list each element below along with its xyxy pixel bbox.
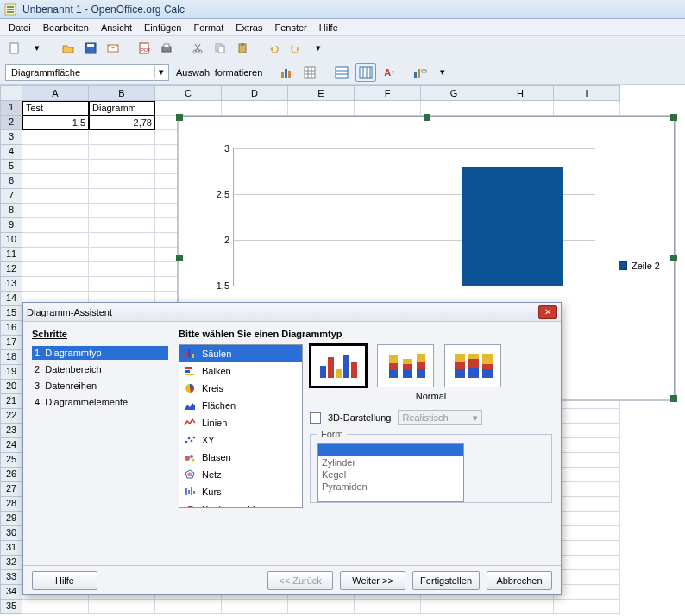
next-button[interactable]: Weiter >> <box>340 571 405 590</box>
cell[interactable] <box>22 174 89 189</box>
undo-button[interactable] <box>264 39 283 58</box>
cell[interactable] <box>222 600 288 614</box>
cell[interactable] <box>89 600 155 614</box>
cell[interactable] <box>554 101 620 116</box>
row-header[interactable]: 20 <box>0 380 22 394</box>
new-doc-button[interactable] <box>5 39 24 58</box>
paste-button[interactable] <box>233 39 252 58</box>
row-header[interactable]: 15 <box>0 306 22 321</box>
toolbar-overflow[interactable]: ▾ <box>309 39 328 58</box>
copy-button[interactable] <box>211 39 229 58</box>
menu-fenster[interactable]: Fenster <box>269 21 311 35</box>
cell[interactable] <box>89 160 155 174</box>
save-button[interactable] <box>81 39 100 58</box>
pdf-button[interactable]: PDF <box>135 39 154 58</box>
menu-hilfe[interactable]: Hilfe <box>314 21 343 35</box>
cell[interactable] <box>22 233 89 248</box>
print-button[interactable] <box>157 39 176 58</box>
cell[interactable] <box>554 600 620 614</box>
row-header[interactable]: 19 <box>0 365 22 380</box>
email-button[interactable] <box>104 39 123 58</box>
close-button[interactable]: ✕ <box>538 305 557 319</box>
menu-einfuegen[interactable]: Einfügen <box>139 21 186 35</box>
cell[interactable] <box>89 174 155 189</box>
row-header[interactable]: 32 <box>0 556 22 570</box>
cell[interactable] <box>554 424 620 438</box>
menu-extras[interactable]: Extras <box>230 21 267 35</box>
col-header-C[interactable]: C <box>155 85 222 101</box>
row-header[interactable]: 22 <box>0 409 22 424</box>
row-header[interactable]: 7 <box>0 189 22 204</box>
row-header[interactable]: 17 <box>0 336 22 350</box>
row-header[interactable]: 30 <box>0 526 22 541</box>
row-header[interactable]: 23 <box>0 424 22 438</box>
cell[interactable] <box>89 204 155 218</box>
chart-type-button[interactable] <box>278 63 297 82</box>
menu-format[interactable]: Format <box>188 21 229 35</box>
cell[interactable] <box>89 218 155 233</box>
legend-button[interactable] <box>411 63 430 82</box>
open-button[interactable] <box>59 39 78 58</box>
cell[interactable] <box>22 277 89 292</box>
row-header[interactable]: 14 <box>0 292 22 306</box>
row-header[interactable]: 16 <box>0 321 22 336</box>
cell[interactable] <box>89 130 155 145</box>
chart-type-item[interactable]: Kurs <box>179 483 302 500</box>
step-1[interactable]: 1. Diagrammtyp <box>32 346 168 360</box>
cell[interactable] <box>89 189 155 204</box>
finish-button[interactable]: Fertigstellen <box>412 571 480 590</box>
cell[interactable] <box>22 218 89 233</box>
row-header[interactable]: 10 <box>0 233 22 248</box>
chart-type-item[interactable]: Flächen <box>179 397 302 414</box>
cell[interactable] <box>554 409 620 424</box>
row-header[interactable]: 11 <box>0 248 22 262</box>
cell[interactable] <box>554 497 620 512</box>
cell[interactable] <box>554 541 620 556</box>
row-header[interactable]: 31 <box>0 541 22 556</box>
cell[interactable] <box>89 277 155 292</box>
row-header[interactable]: 21 <box>0 394 22 409</box>
cell[interactable] <box>89 233 155 248</box>
cell[interactable] <box>554 570 620 585</box>
row-header[interactable]: 8 <box>0 204 22 218</box>
cell[interactable] <box>89 145 155 160</box>
col-header-E[interactable]: E <box>288 85 355 101</box>
axis-labels-button[interactable]: A↕ <box>380 63 399 82</box>
row-header[interactable]: 34 <box>0 585 22 600</box>
grid-v-button[interactable] <box>355 63 376 82</box>
row-header[interactable]: 3 <box>0 130 22 145</box>
cell[interactable] <box>554 585 620 600</box>
variant-normal[interactable] <box>310 344 367 387</box>
col-header-G[interactable]: G <box>421 85 487 101</box>
cell[interactable] <box>89 248 155 262</box>
cell[interactable] <box>487 600 554 614</box>
chart-type-item[interactable]: Blasen <box>179 449 302 466</box>
cell[interactable] <box>554 482 620 497</box>
row-header[interactable]: 29 <box>0 512 22 526</box>
step-3[interactable]: 3. Datenreihen <box>32 379 168 393</box>
chart-type-item[interactable]: Balken <box>179 362 302 380</box>
select-all-corner[interactable] <box>0 85 22 101</box>
help-button[interactable]: Hilfe <box>32 571 97 590</box>
chart-type-item[interactable]: Netz <box>179 466 302 483</box>
cell[interactable] <box>155 600 222 614</box>
chart-type-item[interactable]: Säulen <box>179 345 302 362</box>
row-header[interactable]: 13 <box>0 277 22 292</box>
grid-h-button[interactable] <box>331 63 352 82</box>
row-header[interactable]: 1 <box>0 101 22 116</box>
step-2[interactable]: 2. Datenbereich <box>32 362 168 376</box>
chart-type-item[interactable]: Säulen und Linien <box>179 500 302 508</box>
cell[interactable] <box>421 101 487 116</box>
row-header[interactable]: 4 <box>0 145 22 160</box>
cell[interactable] <box>554 556 620 570</box>
row-header[interactable]: 24 <box>0 438 22 453</box>
redo-button[interactable] <box>286 39 305 58</box>
data-table-button[interactable] <box>300 63 319 82</box>
cell[interactable] <box>288 101 355 116</box>
menu-bearbeiten[interactable]: Bearbeiten <box>38 21 94 35</box>
format-selection-button[interactable]: Auswahl formatieren <box>173 63 266 82</box>
row-header[interactable]: 35 <box>0 600 22 614</box>
col-header-I[interactable]: I <box>554 85 620 101</box>
row-header[interactable]: 2 <box>0 116 22 130</box>
cut-button[interactable] <box>188 39 207 58</box>
